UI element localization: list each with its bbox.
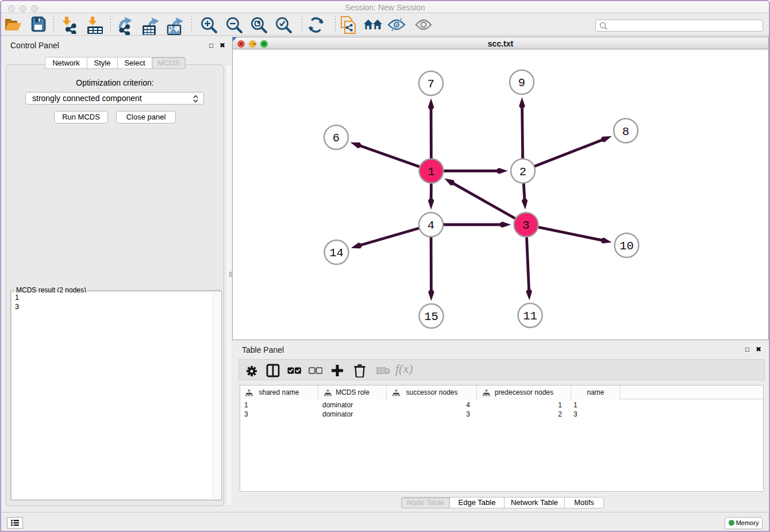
svg-text:15: 15 [424,310,438,323]
svg-text:14: 14 [329,246,344,260]
svg-text:8: 8 [622,125,629,138]
svg-text:9: 9 [518,76,525,90]
svg-text:7: 7 [428,78,434,91]
svg-text:6: 6 [333,132,340,145]
svg-text:11: 11 [523,310,537,323]
svg-text:10: 10 [619,240,634,253]
svg-text:4: 4 [428,219,434,232]
svg-text:1: 1 [428,165,434,179]
svg-text:2: 2 [519,165,526,179]
svg-text:3: 3 [522,219,529,232]
